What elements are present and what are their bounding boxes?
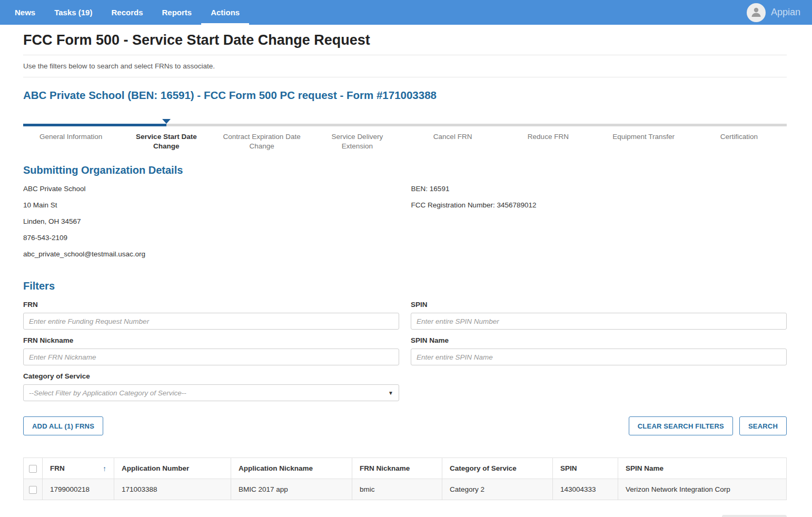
spin-input[interactable] xyxy=(411,313,787,330)
user-avatar[interactable] xyxy=(747,3,766,22)
main-content: FCC Form 500 - Service Start Date Change… xyxy=(0,32,812,517)
divider xyxy=(23,55,787,55)
section-heading-filters: Filters xyxy=(23,280,787,292)
wizard-step-service-delivery-extension[interactable]: Service Delivery Extension xyxy=(310,132,405,151)
wizard-step-cancel-frn[interactable]: Cancel FRN xyxy=(405,132,500,151)
nav-item-tasks[interactable]: Tasks (19) xyxy=(45,0,102,25)
spin-label: SPIN xyxy=(411,301,787,309)
cell-category-of-service: Category 2 xyxy=(442,479,553,500)
cell-spin: 143004333 xyxy=(553,479,618,500)
org-address-line2: Linden, OH 34567 xyxy=(23,217,411,225)
spacer xyxy=(110,416,622,435)
table-header-row: FRN ↑ Application Number Application Nic… xyxy=(24,458,787,479)
nav-item-reports[interactable]: Reports xyxy=(152,0,201,25)
org-details-grid: ABC Private School 10 Main St Linden, OH… xyxy=(23,185,787,266)
wizard-step-certification[interactable]: Certification xyxy=(691,132,787,151)
category-of-service-filter-field: Category of Service --Select Filter by A… xyxy=(23,372,399,401)
col-header-application-number: Application Number xyxy=(114,458,231,479)
org-email: abc_private_school@testmail.usac.org xyxy=(23,250,411,258)
nav-item-actions[interactable]: Actions xyxy=(201,0,249,25)
sort-ascending-icon[interactable]: ↑ xyxy=(103,464,106,473)
wizard-step-equipment-transfer[interactable]: Equipment Transfer xyxy=(596,132,691,151)
col-header-frn: FRN ↑ xyxy=(43,458,114,479)
section-heading-org-details: Submitting Organization Details xyxy=(23,164,787,176)
category-of-service-selected-value: --Select Filter by Application Category … xyxy=(29,389,186,397)
org-name: ABC Private School xyxy=(23,185,411,193)
org-phone: 876-543-2109 xyxy=(23,234,411,242)
wizard-progress-fill xyxy=(23,124,166,126)
col-header-spin: SPIN xyxy=(553,458,618,479)
frn-nickname-input[interactable] xyxy=(23,349,399,365)
col-header-frn-label: FRN xyxy=(50,464,65,472)
add-selected-frns-button[interactable]: ADD (0) FRNS xyxy=(722,515,787,517)
wizard-step-general-information[interactable]: General Information xyxy=(23,132,118,151)
chevron-down-icon: ▼ xyxy=(388,390,393,396)
add-all-frns-button[interactable]: ADD ALL (1) FRNS xyxy=(23,416,103,435)
org-details-right-column: BEN: 16591 FCC Registration Number: 3456… xyxy=(411,185,787,266)
frn-nickname-filter-field: FRN Nickname xyxy=(23,336,399,365)
appian-logo: Appian xyxy=(771,7,800,18)
nav-right-area: Appian xyxy=(747,0,800,25)
frn-label: FRN xyxy=(23,301,399,309)
main-navigation: News Tasks (19) Records Reports Actions xyxy=(5,0,249,25)
org-address-line1: 10 Main St xyxy=(23,201,411,209)
current-step-marker-icon xyxy=(162,119,171,124)
org-ben: BEN: 16591 xyxy=(411,185,787,193)
add-selected-row: ADD (0) FRNS xyxy=(23,515,787,517)
row-select-checkbox[interactable] xyxy=(29,486,37,494)
spin-name-filter-field: SPIN Name xyxy=(411,336,787,365)
clear-search-filters-button[interactable]: CLEAR SEARCH FILTERS xyxy=(629,416,733,435)
category-of-service-label: Category of Service xyxy=(23,372,399,380)
wizard-step-contract-expiration-date-change[interactable]: Contract Expiration Date Change xyxy=(214,132,310,151)
person-icon xyxy=(750,5,763,20)
col-header-spin-name: SPIN Name xyxy=(618,458,787,479)
cell-spin-name: Verizon Network Integration Corp xyxy=(618,479,787,500)
col-header-application-nickname: Application Nickname xyxy=(231,458,352,479)
submitting-organization-section: Submitting Organization Details ABC Priv… xyxy=(23,164,787,266)
filter-actions-row: ADD ALL (1) FRNS CLEAR SEARCH FILTERS SE… xyxy=(23,416,787,435)
org-fcc-registration-number: FCC Registration Number: 3456789012 xyxy=(411,201,787,209)
spin-filter-field: SPIN xyxy=(411,301,787,330)
cell-application-nickname: BMIC 2017 app xyxy=(231,479,352,500)
wizard-step-reduce-frn[interactable]: Reduce FRN xyxy=(500,132,596,151)
search-button[interactable]: SEARCH xyxy=(739,416,787,435)
cell-frn-nickname: bmic xyxy=(352,479,442,500)
cell-frn: 1799000218 xyxy=(43,479,114,500)
cell-application-number: 171003388 xyxy=(114,479,231,500)
col-header-category-of-service: Category of Service xyxy=(442,458,553,479)
org-details-left-column: ABC Private School 10 Main St Linden, OH… xyxy=(23,185,411,266)
frn-nickname-label: FRN Nickname xyxy=(23,336,399,344)
nav-item-records[interactable]: Records xyxy=(102,0,152,25)
page-title: FCC Form 500 - Service Start Date Change… xyxy=(23,32,787,48)
spin-name-label: SPIN Name xyxy=(411,336,787,344)
nav-item-news[interactable]: News xyxy=(5,0,45,25)
filters-grid: FRN SPIN FRN Nickname SPIN Name Category… xyxy=(23,301,787,408)
frn-input[interactable] xyxy=(23,313,399,330)
category-of-service-select[interactable]: --Select Filter by Application Category … xyxy=(23,384,399,401)
frn-results-table: FRN ↑ Application Number Application Nic… xyxy=(23,458,787,500)
filters-section: Filters FRN SPIN FRN Nickname SPIN Name … xyxy=(23,280,787,435)
search-results-section: FRN ↑ Application Number Application Nic… xyxy=(23,458,787,517)
top-nav-bar: News Tasks (19) Records Reports Actions … xyxy=(0,0,812,25)
frn-filter-field: FRN xyxy=(23,301,399,330)
wizard-progress-track xyxy=(23,124,787,126)
table-row: 1799000218 171003388 BMIC 2017 app bmic … xyxy=(24,479,787,500)
wizard: General Information Service Start Date C… xyxy=(23,124,787,151)
select-all-checkbox[interactable] xyxy=(29,465,37,473)
wizard-step-service-start-date-change[interactable]: Service Start Date Change xyxy=(118,132,214,151)
wizard-steps: General Information Service Start Date C… xyxy=(23,132,787,151)
instructions-text: Use the filters below to search and sele… xyxy=(23,62,787,70)
col-header-frn-nickname: FRN Nickname xyxy=(352,458,442,479)
spin-name-input[interactable] xyxy=(411,349,787,365)
divider xyxy=(23,77,787,77)
form-header: ABC Private School (BEN: 16591) - FCC Fo… xyxy=(23,89,787,102)
